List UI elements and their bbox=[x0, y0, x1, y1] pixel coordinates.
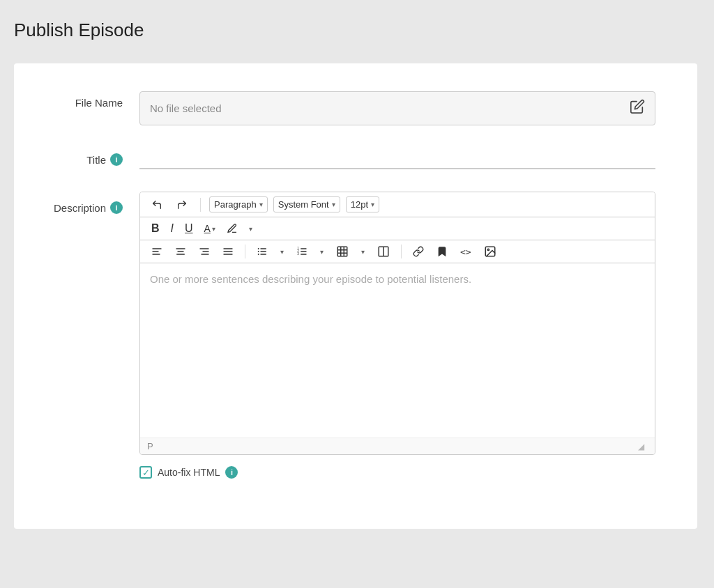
table-dropdown[interactable]: ▾ bbox=[357, 246, 369, 258]
file-name-label: File Name bbox=[42, 91, 139, 109]
description-row: Description i Paragraph ▾ bbox=[42, 192, 655, 479]
redo-button[interactable] bbox=[172, 197, 192, 212]
font-label: System Font bbox=[278, 199, 329, 210]
paragraph-label: Paragraph bbox=[214, 199, 257, 210]
title-label-text: Title bbox=[86, 154, 106, 166]
align-justify-button[interactable] bbox=[218, 244, 238, 259]
toolbar-row-1: Paragraph ▾ System Font ▾ 12pt ▾ bbox=[140, 192, 655, 217]
editor-body[interactable]: One or more sentences describing your ep… bbox=[140, 263, 655, 438]
svg-point-17 bbox=[258, 254, 259, 255]
file-name-field[interactable]: No file selected bbox=[139, 91, 655, 125]
toolbar-divider-1 bbox=[200, 198, 201, 212]
form-card: File Name No file selected Title i bbox=[14, 63, 697, 529]
auto-fix-label: Auto-fix HTML bbox=[158, 467, 220, 478]
highlight-color-button[interactable]: ▾ bbox=[245, 223, 257, 235]
file-name-row: File Name No file selected bbox=[42, 91, 655, 125]
file-name-value: No file selected bbox=[150, 102, 630, 114]
align-center-button[interactable] bbox=[171, 244, 190, 259]
toolbar-row-3: ▾ 123 ▾ ▾ bbox=[140, 240, 655, 263]
auto-fix-checkbox[interactable]: ✓ bbox=[139, 466, 152, 479]
auto-fix-info-icon[interactable]: i bbox=[225, 466, 238, 479]
columns-button[interactable] bbox=[373, 243, 394, 260]
description-label-text: Description bbox=[54, 202, 106, 214]
editor-footer: P ◢ bbox=[140, 438, 655, 454]
title-wrapper bbox=[139, 148, 655, 169]
bold-button[interactable]: B bbox=[147, 220, 164, 237]
title-input[interactable] bbox=[139, 148, 655, 169]
size-select[interactable]: 12pt ▾ bbox=[346, 196, 379, 212]
resize-handle[interactable]: ◢ bbox=[638, 442, 648, 451]
description-info-icon[interactable]: i bbox=[110, 201, 123, 214]
underline-button[interactable]: U bbox=[181, 220, 197, 237]
toolbar-divider-3 bbox=[401, 245, 402, 258]
title-info-icon[interactable]: i bbox=[110, 153, 123, 166]
paragraph-chevron-icon: ▾ bbox=[259, 201, 263, 208]
highlight-color-chevron: ▾ bbox=[249, 225, 252, 233]
paragraph-select[interactable]: Paragraph ▾ bbox=[209, 196, 268, 212]
size-label: 12pt bbox=[351, 199, 368, 210]
bullet-list-dropdown[interactable]: ▾ bbox=[276, 246, 288, 258]
size-chevron-icon: ▾ bbox=[371, 201, 374, 208]
editor-container: Paragraph ▾ System Font ▾ 12pt ▾ B I bbox=[139, 192, 655, 455]
svg-point-15 bbox=[258, 248, 259, 249]
undo-button[interactable] bbox=[147, 197, 167, 212]
toolbar-divider-2 bbox=[245, 245, 245, 258]
svg-text:3: 3 bbox=[297, 252, 299, 256]
file-name-label-text: File Name bbox=[75, 97, 123, 109]
underline-color-button[interactable]: A ▾ bbox=[200, 221, 220, 236]
svg-point-16 bbox=[258, 251, 259, 252]
title-label: Title i bbox=[42, 148, 139, 166]
font-chevron-icon: ▾ bbox=[332, 201, 335, 208]
toolbar-row-2: B I U A ▾ ▾ bbox=[140, 217, 655, 240]
file-edit-icon[interactable] bbox=[630, 99, 645, 118]
file-name-wrapper: No file selected bbox=[139, 91, 655, 125]
svg-point-32 bbox=[487, 249, 489, 250]
underline-color-chevron: ▾ bbox=[212, 225, 215, 233]
editor-placeholder: One or more sentences describing your ep… bbox=[150, 273, 471, 285]
highlight-button[interactable] bbox=[222, 221, 242, 236]
editor-tag: P bbox=[147, 441, 153, 451]
code-button[interactable]: <> bbox=[456, 245, 476, 259]
bookmark-button[interactable] bbox=[432, 244, 452, 259]
bullet-list-button[interactable] bbox=[252, 244, 272, 259]
italic-button[interactable]: I bbox=[167, 220, 178, 237]
numbered-list-dropdown[interactable]: ▾ bbox=[316, 246, 328, 258]
checkmark-icon: ✓ bbox=[142, 467, 150, 478]
align-right-button[interactable] bbox=[195, 244, 214, 259]
font-select[interactable]: System Font ▾ bbox=[273, 196, 340, 212]
image-button[interactable] bbox=[480, 243, 501, 260]
page-title: Publish Episode bbox=[14, 14, 700, 47]
title-row: Title i bbox=[42, 148, 655, 169]
table-button[interactable] bbox=[332, 243, 353, 260]
auto-fix-row: ✓ Auto-fix HTML i bbox=[139, 466, 655, 479]
svg-rect-24 bbox=[337, 247, 347, 256]
description-label: Description i bbox=[42, 192, 139, 214]
align-left-button[interactable] bbox=[147, 244, 167, 259]
numbered-list-button[interactable]: 123 bbox=[292, 244, 312, 259]
link-button[interactable] bbox=[409, 244, 428, 259]
description-wrapper: Paragraph ▾ System Font ▾ 12pt ▾ B I bbox=[139, 192, 655, 479]
